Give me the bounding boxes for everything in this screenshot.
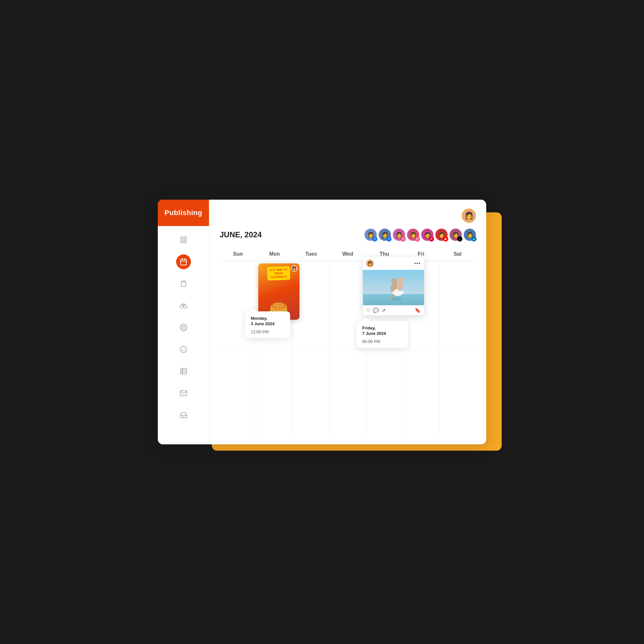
cal-cell-sat-1 bbox=[439, 261, 476, 350]
cal-cell-sun-2 bbox=[220, 350, 256, 438]
comment-icon[interactable]: 💬 bbox=[373, 308, 379, 313]
social-profile-8[interactable]: 👩 in bbox=[464, 229, 476, 241]
social-profile-6[interactable]: 👩 ▶ bbox=[435, 229, 448, 241]
svg-rect-2 bbox=[181, 241, 183, 243]
sidebar-item-social[interactable] bbox=[176, 342, 191, 357]
calendar-rows: IT'S TIME TO TREAT YOURSELF! 👩 🍔 bbox=[220, 261, 476, 438]
facebook-badge-1: f bbox=[372, 236, 377, 241]
cal-cell-sat-2 bbox=[439, 350, 476, 438]
sidebar-item-inbox[interactable] bbox=[176, 408, 191, 422]
social-profile-5[interactable]: 👩 P bbox=[421, 229, 433, 241]
svg-point-24 bbox=[417, 238, 418, 240]
cal-cell-wed-2 bbox=[329, 350, 366, 438]
month-title: JUNE, 2024 bbox=[220, 230, 262, 239]
post-line3: YOURSELF! bbox=[270, 275, 288, 279]
insta-options[interactable]: ••• bbox=[414, 261, 421, 266]
insta-post-avatar: 👩 bbox=[366, 260, 374, 267]
social-profile-2[interactable]: 👩 f bbox=[379, 229, 391, 241]
svg-rect-0 bbox=[181, 237, 183, 239]
social-avatars: 👩 f 👩 f 👩 👩 bbox=[365, 229, 476, 241]
tooltip-time-fri: 06:00 PM bbox=[362, 339, 402, 344]
youtube-badge: ▶ bbox=[443, 236, 448, 241]
svg-point-31 bbox=[398, 278, 403, 283]
calendar-row-2 bbox=[220, 350, 476, 438]
svg-rect-8 bbox=[183, 281, 185, 282]
calendar-header: JUNE, 2024 👩 f 👩 f 👩 bbox=[220, 229, 476, 241]
svg-point-12 bbox=[183, 327, 185, 328]
svg-rect-20 bbox=[402, 238, 404, 240]
insta-action-icons: ♡ 💬 ↗ bbox=[366, 308, 386, 313]
social-profile-3[interactable]: 👩 bbox=[393, 229, 405, 241]
svg-rect-1 bbox=[184, 237, 186, 239]
svg-point-32 bbox=[390, 297, 402, 300]
tooltip-time-mon: 12:00 PM bbox=[251, 329, 284, 334]
svg-point-10 bbox=[184, 305, 187, 308]
sidebar-item-grid[interactable] bbox=[176, 232, 191, 247]
sidebar-item-mail[interactable] bbox=[176, 386, 191, 401]
cal-cell-mon-2 bbox=[256, 350, 293, 438]
days-header: Sun Mon Tues Wed Thu Fri Sat bbox=[220, 248, 476, 261]
like-icon[interactable]: ♡ bbox=[366, 308, 370, 313]
sidebar-item-clipboard[interactable] bbox=[176, 276, 191, 291]
calendar-row-1: IT'S TIME TO TREAT YOURSELF! 👩 🍔 bbox=[220, 261, 476, 350]
day-sat: Sat bbox=[439, 248, 476, 261]
svg-point-25 bbox=[418, 238, 418, 238]
svg-point-22 bbox=[404, 238, 404, 238]
svg-point-21 bbox=[403, 238, 404, 240]
sidebar-icons bbox=[158, 232, 209, 422]
tiktok-badge: ♪ bbox=[457, 236, 462, 241]
tooltip-date-fri: Friday,7 June 2024 bbox=[362, 326, 402, 336]
friday-instagram-post[interactable]: 👩 ••• bbox=[363, 257, 424, 315]
top-bar: 👩 bbox=[220, 209, 476, 223]
social-profile-1[interactable]: 👩 f bbox=[365, 229, 377, 241]
calendar-grid: Sun Mon Tues Wed Thu Fri Sat bbox=[220, 248, 476, 438]
post-line1: IT'S TIME TO bbox=[270, 268, 288, 272]
share-icon[interactable]: ↗ bbox=[382, 308, 386, 313]
main-content: 👩 JUNE, 2024 👩 f 👩 f 👩 bbox=[209, 200, 486, 444]
user-avatar-emoji: 👩 bbox=[465, 212, 473, 220]
day-sun: Sun bbox=[220, 248, 256, 261]
pinterest-badge: P bbox=[429, 236, 434, 241]
svg-rect-4 bbox=[181, 259, 186, 265]
instagram-badge-2 bbox=[415, 236, 420, 241]
social-profile-7[interactable]: 👩 ♪ bbox=[450, 229, 462, 241]
day-wed: Wed bbox=[329, 248, 366, 261]
social-profile-4[interactable]: 👩 bbox=[407, 229, 419, 241]
bookmark-icon[interactable]: 🔖 bbox=[415, 308, 421, 313]
svg-rect-16 bbox=[181, 368, 186, 374]
cal-cell-fri-2 bbox=[403, 350, 440, 438]
svg-point-9 bbox=[180, 305, 183, 308]
svg-rect-3 bbox=[184, 241, 186, 243]
friday-tooltip: Friday,7 June 2024 06:00 PM bbox=[356, 321, 408, 348]
facebook-badge-2: f bbox=[386, 236, 392, 241]
post-text: IT'S TIME TO TREAT YOURSELF! bbox=[267, 266, 290, 281]
sidebar-title: Publishing bbox=[165, 209, 202, 217]
svg-rect-23 bbox=[416, 238, 419, 240]
svg-point-30 bbox=[397, 282, 403, 290]
sidebar: Publishing bbox=[158, 200, 209, 444]
instagram-badge-1 bbox=[401, 236, 406, 241]
post-avatar: 👩 bbox=[291, 265, 298, 272]
cal-cell-thu-1: 👩 ••• bbox=[366, 261, 403, 350]
sidebar-item-table[interactable] bbox=[176, 364, 191, 379]
insta-post-image bbox=[363, 270, 424, 305]
svg-point-13 bbox=[180, 346, 187, 353]
insta-footer: ♡ 💬 ↗ 🔖 bbox=[363, 305, 424, 315]
sidebar-header: Publishing bbox=[158, 200, 209, 226]
sidebar-item-settings[interactable] bbox=[176, 320, 191, 335]
insta-header: 👩 ••• bbox=[363, 257, 424, 270]
main-card: Publishing bbox=[158, 200, 486, 444]
day-tues: Tues bbox=[293, 248, 329, 261]
monday-tooltip: Monday,3 June 2024 12:00 PM bbox=[245, 311, 290, 338]
user-avatar[interactable]: 👩 bbox=[462, 209, 476, 223]
svg-point-29 bbox=[392, 278, 397, 284]
cal-cell-mon-1: IT'S TIME TO TREAT YOURSELF! 👩 🍔 bbox=[256, 261, 293, 350]
cal-cell-tues-2 bbox=[293, 350, 329, 438]
tooltip-date-mon: Monday,3 June 2024 bbox=[251, 316, 284, 327]
day-mon: Mon bbox=[256, 248, 293, 261]
cal-cell-thu-2 bbox=[366, 350, 403, 438]
sidebar-item-analytics[interactable] bbox=[176, 298, 191, 313]
linkedin-badge: in bbox=[471, 236, 477, 241]
sidebar-item-calendar[interactable] bbox=[176, 254, 191, 269]
